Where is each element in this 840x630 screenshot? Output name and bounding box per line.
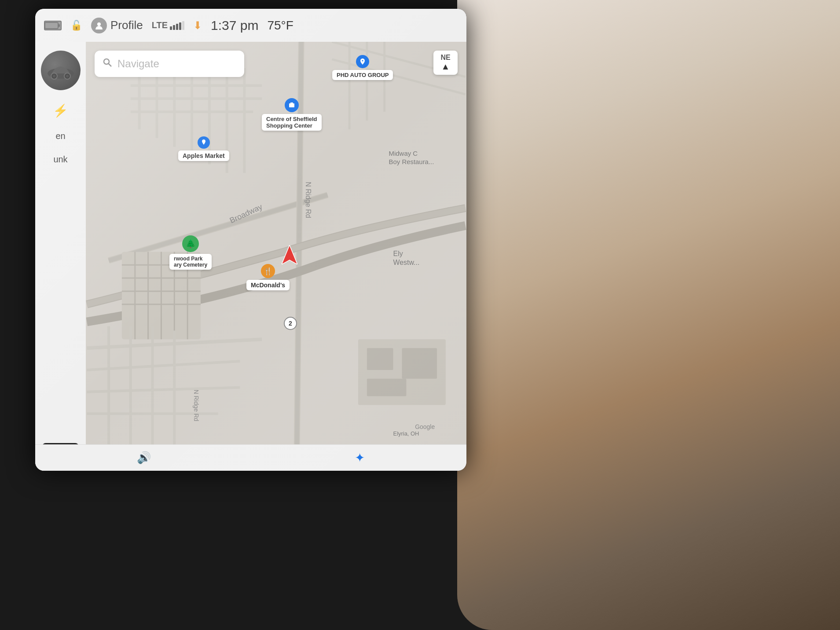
- signal-bar-1: [170, 26, 172, 30]
- svg-text:Midway C: Midway C: [389, 150, 418, 157]
- sidebar-trunk-label: unk: [53, 154, 67, 165]
- svg-text:Westw...: Westw...: [393, 259, 420, 266]
- svg-rect-1: [58, 24, 60, 27]
- svg-rect-53: [367, 379, 407, 396]
- profile-label: Profile: [110, 18, 143, 32]
- current-location: [282, 245, 297, 266]
- signal-bar-5: [182, 21, 184, 30]
- svg-line-61: [109, 64, 112, 67]
- route-2-badge: 2: [284, 317, 297, 330]
- lte-signal: LTE: [152, 20, 184, 30]
- sheffield-label: Centre of SheffieldShopping Center: [262, 114, 322, 131]
- car-interior-right: [457, 0, 840, 630]
- download-icon: ⬇: [193, 19, 202, 32]
- svg-point-8: [66, 75, 69, 77]
- compass[interactable]: NE ▲: [433, 51, 458, 75]
- svg-text:Google: Google: [415, 423, 435, 430]
- screen-bezel: 🔓 Profile LTE: [35, 9, 466, 471]
- svg-rect-62: [289, 103, 294, 107]
- park-marker[interactable]: 🌲 rwood Parkary Cemetery: [169, 235, 212, 270]
- speaker-icon[interactable]: 🔊: [137, 451, 151, 465]
- svg-text:N Ridge Rd: N Ridge Rd: [304, 182, 312, 218]
- search-placeholder: Navigate: [117, 58, 159, 70]
- mcdonalds-marker[interactable]: 🍴 McDonald's: [246, 264, 290, 290]
- profile-avatar: [91, 18, 107, 33]
- map-background: Broadway N Ridge Rd N Ridge Rd Midway C …: [86, 42, 466, 444]
- screen-content: 🔓 Profile LTE: [35, 9, 466, 471]
- svg-rect-51: [367, 348, 393, 370]
- signal-bars: [170, 21, 184, 30]
- svg-point-7: [53, 75, 55, 77]
- svg-text:N Ridge Rd: N Ridge Rd: [193, 390, 200, 421]
- compass-ne-label: NE: [440, 54, 450, 62]
- map-area[interactable]: Broadway N Ridge Rd N Ridge Rd Midway C …: [86, 42, 466, 444]
- signal-bar-2: [173, 25, 175, 30]
- apples-market-marker[interactable]: Apples Market: [178, 136, 229, 161]
- svg-point-60: [104, 59, 109, 64]
- apples-market-label: Apples Market: [178, 150, 229, 161]
- mcdonalds-label: McDonald's: [246, 280, 290, 290]
- sheffield-marker[interactable]: Centre of SheffieldShopping Center: [262, 98, 322, 131]
- left-sidebar: ⚡ en unk lance: [35, 42, 86, 471]
- park-pin: 🌲: [182, 235, 199, 252]
- lock-icon: 🔓: [70, 20, 82, 31]
- svg-text:Boy Restaura...: Boy Restaura...: [389, 158, 434, 165]
- signal-bar-3: [176, 24, 178, 30]
- status-bar: 🔓 Profile LTE: [35, 9, 466, 42]
- phd-auto-group-marker[interactable]: PHD AUTO GROUP: [332, 55, 393, 80]
- compass-arrow-icon: ▲: [441, 62, 450, 72]
- battery-icon: [44, 21, 62, 30]
- battery-indicator: [44, 21, 62, 30]
- temperature-display: 75°F: [267, 18, 293, 33]
- time-display: 1:37 pm: [211, 18, 258, 33]
- sidebar-open-label: en: [55, 131, 65, 141]
- svg-rect-52: [402, 348, 437, 379]
- park-label: rwood Parkary Cemetery: [169, 254, 212, 270]
- svg-marker-63: [282, 245, 297, 264]
- bottom-bar: 🔊 ✦: [35, 444, 466, 471]
- phd-auto-label: PHD AUTO GROUP: [332, 70, 393, 80]
- charging-bolt-icon: ⚡: [53, 103, 68, 118]
- profile-button[interactable]: Profile: [91, 18, 143, 33]
- lte-label: LTE: [152, 20, 168, 30]
- signal-bar-4: [179, 22, 181, 30]
- search-icon: [103, 58, 112, 70]
- svg-rect-2: [46, 23, 54, 28]
- car-thumbnail[interactable]: [41, 51, 81, 90]
- bluetooth-icon[interactable]: ✦: [355, 451, 365, 465]
- svg-text:Ely: Ely: [393, 250, 403, 257]
- svg-text:Elyria, OH: Elyria, OH: [393, 430, 419, 437]
- svg-point-3: [97, 22, 101, 26]
- search-bar[interactable]: Navigate: [95, 51, 244, 77]
